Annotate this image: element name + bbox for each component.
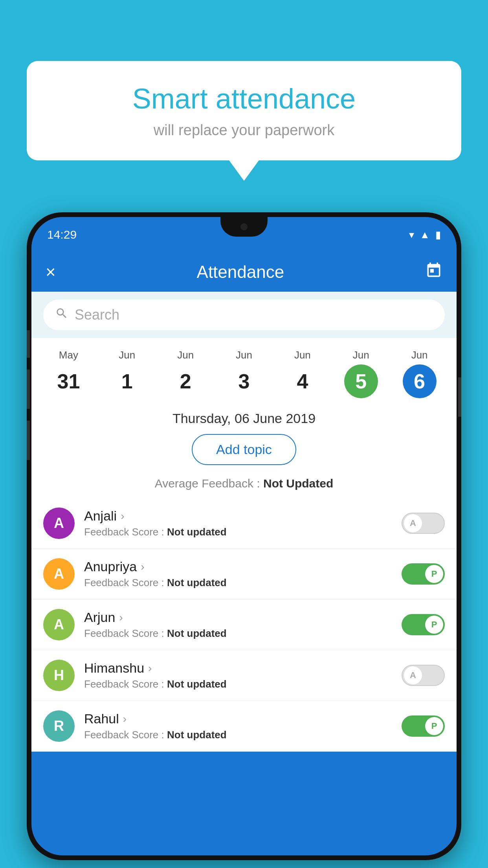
- calendar-day[interactable]: May31: [39, 349, 98, 398]
- cal-month-label: Jun: [353, 349, 369, 361]
- student-list: AAnjali ›Feedback Score : Not updatedAAA…: [31, 498, 457, 752]
- calendar-strip: May31Jun1Jun2Jun3Jun4Jun5Jun6: [31, 338, 457, 402]
- toggle-thumb: P: [425, 717, 443, 735]
- bubble-subtitle: will replace your paperwork: [50, 122, 438, 139]
- calendar-day[interactable]: Jun1: [98, 349, 156, 398]
- cal-date-label: 1: [110, 364, 144, 398]
- student-row[interactable]: AAnjali ›Feedback Score : Not updatedA: [31, 498, 457, 549]
- cal-date-label: 2: [169, 364, 202, 398]
- status-time: 14:29: [47, 228, 77, 241]
- student-name: Anupriya ›: [84, 559, 392, 574]
- student-feedback: Feedback Score : Not updated: [84, 678, 392, 690]
- attendance-toggle[interactable]: A: [402, 665, 445, 686]
- student-info: Arjun ›Feedback Score : Not updated: [84, 610, 392, 640]
- attendance-toggle[interactable]: P: [402, 715, 445, 737]
- toggle-thumb: P: [425, 565, 443, 583]
- student-row[interactable]: HHimanshu ›Feedback Score : Not updatedA: [31, 650, 457, 701]
- student-info: Himanshu ›Feedback Score : Not updated: [84, 660, 392, 690]
- cal-date-label: 31: [51, 364, 85, 398]
- calendar-day[interactable]: Jun6: [390, 349, 449, 398]
- bubble-title: Smart attendance: [50, 83, 438, 115]
- phone-content: 14:29 ▾ ▲ ▮ × Attendance: [31, 217, 457, 855]
- calendar-day[interactable]: Jun4: [273, 349, 332, 398]
- cal-month-label: May: [59, 349, 78, 361]
- status-bar: 14:29 ▾ ▲ ▮: [31, 217, 457, 252]
- speech-bubble-container: Smart attendance will replace your paper…: [27, 61, 461, 160]
- student-name: Arjun ›: [84, 610, 392, 625]
- cal-date-label: 4: [286, 364, 319, 398]
- student-info: Anupriya ›Feedback Score : Not updated: [84, 559, 392, 589]
- student-avatar: A: [43, 508, 75, 539]
- cal-date-label: 5: [344, 364, 378, 398]
- cal-month-label: Jun: [119, 349, 135, 361]
- student-name: Rahul ›: [84, 711, 392, 726]
- cal-date-label: 3: [227, 364, 261, 398]
- calendar-day[interactable]: Jun2: [156, 349, 215, 398]
- cal-month-label: Jun: [236, 349, 252, 361]
- toggle-thumb: A: [404, 666, 422, 684]
- wifi-icon: ▾: [409, 229, 414, 241]
- chevron-right-icon: ›: [141, 561, 144, 573]
- notch-cutout: [220, 217, 268, 237]
- student-feedback: Feedback Score : Not updated: [84, 729, 392, 741]
- student-avatar: H: [43, 660, 75, 691]
- speech-bubble: Smart attendance will replace your paper…: [27, 61, 461, 160]
- cal-month-label: Jun: [411, 349, 428, 361]
- calendar-icon[interactable]: [425, 262, 442, 283]
- attendance-toggle[interactable]: P: [402, 614, 445, 635]
- student-feedback: Feedback Score : Not updated: [84, 627, 392, 640]
- student-name: Anjali ›: [84, 508, 392, 524]
- avg-feedback-label: Average Feedback :: [155, 477, 260, 490]
- student-avatar: A: [43, 609, 75, 640]
- student-feedback: Feedback Score : Not updated: [84, 526, 392, 538]
- phone-frame: 14:29 ▾ ▲ ▮ × Attendance: [27, 212, 461, 860]
- chevron-right-icon: ›: [123, 713, 127, 725]
- cal-month-label: Jun: [294, 349, 311, 361]
- calendar-day[interactable]: Jun5: [332, 349, 390, 398]
- student-avatar: R: [43, 710, 75, 742]
- calendar-day[interactable]: Jun3: [215, 349, 273, 398]
- student-feedback: Feedback Score : Not updated: [84, 577, 392, 589]
- volume-silent-button: [27, 330, 30, 358]
- add-topic-container: Add topic: [31, 430, 457, 473]
- status-icons: ▾ ▲ ▮: [409, 229, 441, 241]
- attendance-toggle[interactable]: P: [402, 563, 445, 585]
- chevron-right-icon: ›: [119, 611, 123, 624]
- student-name: Himanshu ›: [84, 660, 392, 676]
- student-avatar: A: [43, 558, 75, 590]
- search-icon: [55, 307, 68, 323]
- search-bar[interactable]: Search: [43, 300, 445, 330]
- avg-feedback-value: Not Updated: [263, 477, 333, 490]
- chevron-right-icon: ›: [148, 662, 152, 675]
- cal-date-label: 6: [403, 364, 437, 398]
- avg-feedback: Average Feedback : Not Updated: [31, 473, 457, 498]
- search-placeholder: Search: [75, 307, 119, 323]
- cal-month-label: Jun: [177, 349, 194, 361]
- volume-up-button: [27, 370, 30, 409]
- battery-icon: ▮: [435, 229, 441, 241]
- student-info: Anjali ›Feedback Score : Not updated: [84, 508, 392, 538]
- student-row[interactable]: AArjun ›Feedback Score : Not updatedP: [31, 600, 457, 650]
- phone-screen: 14:29 ▾ ▲ ▮ × Attendance: [31, 217, 457, 855]
- signal-icon: ▲: [420, 229, 430, 241]
- volume-down-button: [27, 421, 30, 460]
- student-row[interactable]: AAnupriya ›Feedback Score : Not updatedP: [31, 549, 457, 600]
- student-row[interactable]: RRahul ›Feedback Score : Not updatedP: [31, 701, 457, 752]
- header-title: Attendance: [197, 262, 284, 282]
- toggle-thumb: P: [425, 616, 443, 634]
- power-button: [458, 377, 461, 417]
- toggle-thumb: A: [404, 514, 422, 532]
- app-header: × Attendance: [31, 252, 457, 292]
- attendance-toggle[interactable]: A: [402, 513, 445, 534]
- chevron-right-icon: ›: [121, 510, 124, 522]
- close-button[interactable]: ×: [46, 262, 56, 282]
- student-info: Rahul ›Feedback Score : Not updated: [84, 711, 392, 741]
- search-bar-container: Search: [31, 292, 457, 338]
- selected-date-label: Thursday, 06 June 2019: [31, 402, 457, 430]
- add-topic-button[interactable]: Add topic: [192, 434, 296, 465]
